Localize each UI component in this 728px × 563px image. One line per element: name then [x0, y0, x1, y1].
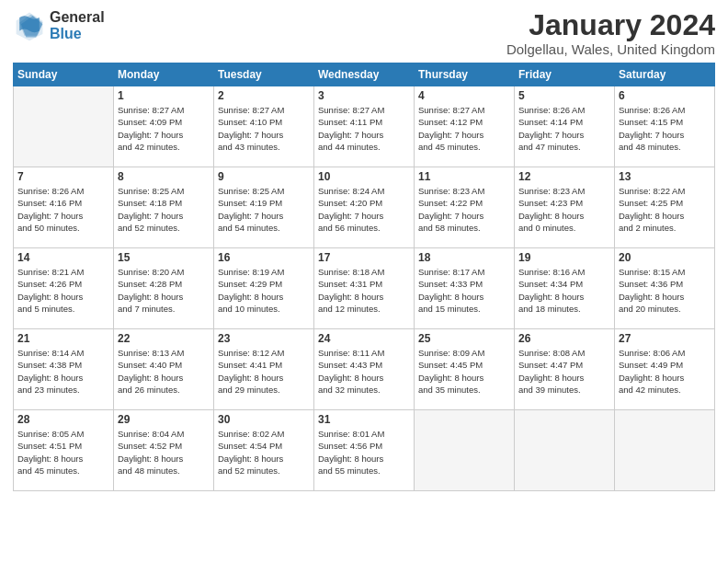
day-number: 12 [518, 170, 610, 183]
day-info: Sunrise: 8:15 AM Sunset: 4:36 PM Dayligh… [619, 266, 711, 315]
calendar-table: Sunday Monday Tuesday Wednesday Thursday… [13, 63, 715, 491]
day-number: 22 [118, 332, 210, 345]
logo-general: General [50, 9, 105, 26]
day-cell [415, 410, 515, 491]
day-number: 30 [218, 413, 310, 426]
day-info: Sunrise: 8:21 AM Sunset: 4:26 PM Dayligh… [17, 266, 109, 315]
day-number: 1 [118, 89, 210, 102]
col-friday: Friday [515, 63, 615, 86]
day-number: 13 [619, 170, 711, 183]
day-number: 10 [318, 170, 410, 183]
day-number: 24 [318, 332, 410, 345]
day-cell: 19Sunrise: 8:16 AM Sunset: 4:34 PM Dayli… [515, 248, 615, 329]
day-cell: 15Sunrise: 8:20 AM Sunset: 4:28 PM Dayli… [114, 248, 214, 329]
day-info: Sunrise: 8:13 AM Sunset: 4:40 PM Dayligh… [118, 347, 210, 396]
week-row-3: 21Sunrise: 8:14 AM Sunset: 4:38 PM Dayli… [14, 329, 715, 410]
day-info: Sunrise: 8:19 AM Sunset: 4:29 PM Dayligh… [218, 266, 310, 315]
day-number: 28 [17, 413, 109, 426]
day-cell: 23Sunrise: 8:12 AM Sunset: 4:41 PM Dayli… [214, 329, 314, 410]
day-info: Sunrise: 8:12 AM Sunset: 4:41 PM Dayligh… [218, 347, 310, 396]
day-info: Sunrise: 8:27 AM Sunset: 4:11 PM Dayligh… [318, 104, 410, 153]
day-info: Sunrise: 8:27 AM Sunset: 4:09 PM Dayligh… [118, 104, 210, 153]
day-cell: 14Sunrise: 8:21 AM Sunset: 4:26 PM Dayli… [14, 248, 114, 329]
col-wednesday: Wednesday [314, 63, 415, 86]
header: General Blue January 2024 Dolgellau, Wal… [13, 9, 715, 57]
day-info: Sunrise: 8:26 AM Sunset: 4:16 PM Dayligh… [17, 185, 109, 234]
logo-icon [13, 9, 46, 42]
day-cell: 29Sunrise: 8:04 AM Sunset: 4:52 PM Dayli… [114, 410, 214, 491]
day-cell: 5Sunrise: 8:26 AM Sunset: 4:14 PM Daylig… [515, 86, 615, 167]
logo-blue: Blue [50, 26, 105, 42]
day-number: 17 [318, 251, 410, 264]
day-cell: 18Sunrise: 8:17 AM Sunset: 4:33 PM Dayli… [415, 248, 515, 329]
day-number: 29 [118, 413, 210, 426]
day-info: Sunrise: 8:23 AM Sunset: 4:23 PM Dayligh… [518, 185, 610, 234]
day-number: 23 [218, 332, 310, 345]
day-cell: 8Sunrise: 8:25 AM Sunset: 4:18 PM Daylig… [114, 167, 214, 248]
day-info: Sunrise: 8:01 AM Sunset: 4:56 PM Dayligh… [318, 428, 410, 477]
col-monday: Monday [114, 63, 214, 86]
day-info: Sunrise: 8:17 AM Sunset: 4:33 PM Dayligh… [418, 266, 510, 315]
day-cell: 26Sunrise: 8:08 AM Sunset: 4:47 PM Dayli… [515, 329, 615, 410]
day-cell: 4Sunrise: 8:27 AM Sunset: 4:12 PM Daylig… [415, 86, 515, 167]
day-number: 3 [318, 89, 410, 102]
day-number: 19 [518, 251, 610, 264]
day-cell: 6Sunrise: 8:26 AM Sunset: 4:15 PM Daylig… [615, 86, 715, 167]
day-info: Sunrise: 8:08 AM Sunset: 4:47 PM Dayligh… [518, 347, 610, 396]
day-number: 9 [218, 170, 310, 183]
col-thursday: Thursday [415, 63, 515, 86]
day-cell: 21Sunrise: 8:14 AM Sunset: 4:38 PM Dayli… [14, 329, 114, 410]
day-info: Sunrise: 8:09 AM Sunset: 4:45 PM Dayligh… [418, 347, 510, 396]
day-cell: 2Sunrise: 8:27 AM Sunset: 4:10 PM Daylig… [214, 86, 314, 167]
day-info: Sunrise: 8:27 AM Sunset: 4:10 PM Dayligh… [218, 104, 310, 153]
day-cell: 13Sunrise: 8:22 AM Sunset: 4:25 PM Dayli… [615, 167, 715, 248]
day-info: Sunrise: 8:14 AM Sunset: 4:38 PM Dayligh… [17, 347, 109, 396]
week-row-0: 1Sunrise: 8:27 AM Sunset: 4:09 PM Daylig… [14, 86, 715, 167]
week-row-4: 28Sunrise: 8:05 AM Sunset: 4:51 PM Dayli… [14, 410, 715, 491]
title-month: January 2024 [506, 9, 715, 41]
day-number: 6 [619, 89, 711, 102]
col-tuesday: Tuesday [214, 63, 314, 86]
day-cell: 16Sunrise: 8:19 AM Sunset: 4:29 PM Dayli… [214, 248, 314, 329]
day-cell [14, 86, 114, 167]
day-number: 14 [17, 251, 109, 264]
day-info: Sunrise: 8:26 AM Sunset: 4:15 PM Dayligh… [619, 104, 711, 153]
day-info: Sunrise: 8:26 AM Sunset: 4:14 PM Dayligh… [518, 104, 610, 153]
day-number: 5 [518, 89, 610, 102]
day-number: 2 [218, 89, 310, 102]
day-info: Sunrise: 8:22 AM Sunset: 4:25 PM Dayligh… [619, 185, 711, 234]
day-cell: 31Sunrise: 8:01 AM Sunset: 4:56 PM Dayli… [314, 410, 415, 491]
day-number: 11 [418, 170, 510, 183]
day-number: 7 [17, 170, 109, 183]
day-cell: 9Sunrise: 8:25 AM Sunset: 4:19 PM Daylig… [214, 167, 314, 248]
day-cell: 12Sunrise: 8:23 AM Sunset: 4:23 PM Dayli… [515, 167, 615, 248]
day-info: Sunrise: 8:02 AM Sunset: 4:54 PM Dayligh… [218, 428, 310, 477]
day-cell: 27Sunrise: 8:06 AM Sunset: 4:49 PM Dayli… [615, 329, 715, 410]
col-sunday: Sunday [14, 63, 114, 86]
week-row-1: 7Sunrise: 8:26 AM Sunset: 4:16 PM Daylig… [14, 167, 715, 248]
day-info: Sunrise: 8:11 AM Sunset: 4:43 PM Dayligh… [318, 347, 410, 396]
day-cell: 3Sunrise: 8:27 AM Sunset: 4:11 PM Daylig… [314, 86, 415, 167]
day-cell: 30Sunrise: 8:02 AM Sunset: 4:54 PM Dayli… [214, 410, 314, 491]
day-info: Sunrise: 8:16 AM Sunset: 4:34 PM Dayligh… [518, 266, 610, 315]
day-cell: 20Sunrise: 8:15 AM Sunset: 4:36 PM Dayli… [615, 248, 715, 329]
day-cell: 17Sunrise: 8:18 AM Sunset: 4:31 PM Dayli… [314, 248, 415, 329]
logo-text: General Blue [50, 9, 105, 41]
day-cell: 11Sunrise: 8:23 AM Sunset: 4:22 PM Dayli… [415, 167, 515, 248]
day-number: 4 [418, 89, 510, 102]
day-info: Sunrise: 8:24 AM Sunset: 4:20 PM Dayligh… [318, 185, 410, 234]
day-number: 18 [418, 251, 510, 264]
day-number: 25 [418, 332, 510, 345]
day-info: Sunrise: 8:20 AM Sunset: 4:28 PM Dayligh… [118, 266, 210, 315]
day-cell [615, 410, 715, 491]
day-cell: 25Sunrise: 8:09 AM Sunset: 4:45 PM Dayli… [415, 329, 515, 410]
day-number: 21 [17, 332, 109, 345]
day-cell: 24Sunrise: 8:11 AM Sunset: 4:43 PM Dayli… [314, 329, 415, 410]
day-info: Sunrise: 8:23 AM Sunset: 4:22 PM Dayligh… [418, 185, 510, 234]
day-number: 8 [118, 170, 210, 183]
day-info: Sunrise: 8:25 AM Sunset: 4:18 PM Dayligh… [118, 185, 210, 234]
day-info: Sunrise: 8:06 AM Sunset: 4:49 PM Dayligh… [619, 347, 711, 396]
day-cell: 10Sunrise: 8:24 AM Sunset: 4:20 PM Dayli… [314, 167, 415, 248]
page: General Blue January 2024 Dolgellau, Wal… [0, 0, 728, 563]
day-cell [515, 410, 615, 491]
